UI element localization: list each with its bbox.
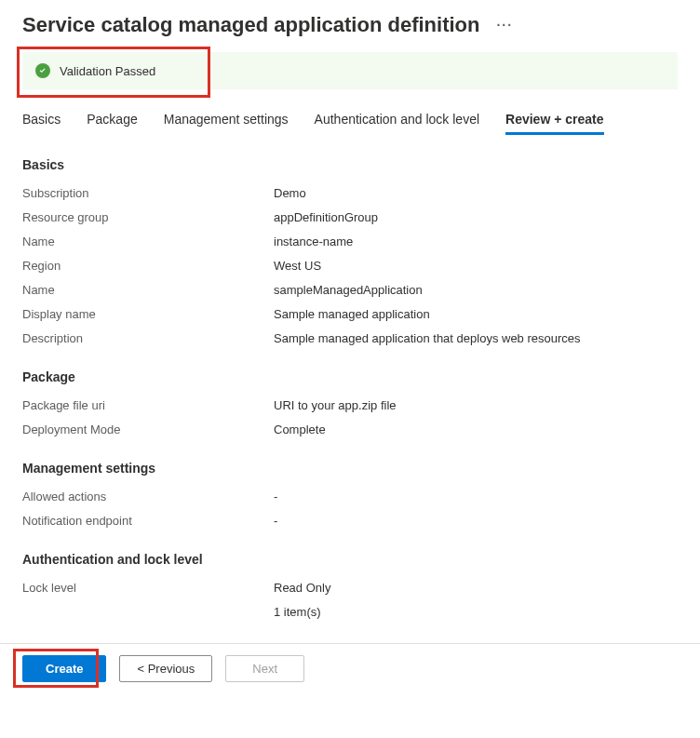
- field-label: Display name: [22, 305, 274, 324]
- field-row: Notification endpoint-: [22, 509, 678, 533]
- tab-management-settings[interactable]: Management settings: [164, 106, 289, 135]
- validation-text: Validation Passed: [60, 64, 155, 78]
- create-button[interactable]: Create: [22, 655, 106, 682]
- previous-button[interactable]: < Previous: [119, 655, 212, 682]
- field-value: Demo: [274, 184, 678, 203]
- field-label: Description: [22, 329, 274, 348]
- field-value: instance-name: [274, 233, 678, 251]
- review-content: Basics SubscriptionDemo Resource groupap…: [0, 157, 700, 643]
- field-row: Allowed actions-: [22, 485, 678, 509]
- footer-bar: Create < Previous Next: [0, 643, 700, 693]
- field-row: 1 item(s): [22, 600, 678, 624]
- section-header-management: Management settings: [22, 461, 678, 476]
- tab-bar: Basics Package Management settings Authe…: [0, 106, 700, 135]
- field-value: Sample managed application that deploys …: [274, 329, 678, 348]
- field-label: Notification endpoint: [22, 512, 274, 530]
- field-row: Package file uriURI to your app.zip file: [22, 394, 678, 418]
- field-label: [22, 603, 274, 622]
- field-value: 1 item(s): [274, 603, 678, 622]
- page-title: Service catalog managed application defi…: [22, 13, 479, 37]
- field-label: Subscription: [22, 184, 274, 203]
- field-value: URI to your app.zip file: [274, 396, 678, 415]
- field-row: SubscriptionDemo: [22, 181, 678, 206]
- field-row: Resource groupappDefinitionGroup: [22, 206, 678, 230]
- next-button: Next: [225, 655, 304, 682]
- field-label: Deployment Mode: [22, 421, 274, 439]
- field-value: West US: [274, 257, 678, 275]
- field-label: Lock level: [22, 579, 274, 597]
- field-label: Resource group: [22, 208, 274, 227]
- tab-basics[interactable]: Basics: [22, 106, 61, 135]
- field-value: sampleManagedApplication: [274, 281, 678, 300]
- field-value: -: [274, 488, 678, 506]
- field-value: Complete: [274, 421, 678, 439]
- field-row: Deployment ModeComplete: [22, 418, 678, 442]
- field-row: RegionWest US: [22, 254, 678, 278]
- tab-package[interactable]: Package: [87, 106, 137, 135]
- field-row: DescriptionSample managed application th…: [22, 327, 678, 351]
- check-icon: [35, 63, 50, 78]
- validation-banner: Validation Passed: [22, 52, 678, 89]
- tab-review-create[interactable]: Review + create: [505, 106, 603, 135]
- field-value: Read Only: [274, 579, 678, 597]
- tab-authentication-and-lock-level[interactable]: Authentication and lock level: [315, 106, 479, 135]
- field-label: Region: [22, 257, 274, 275]
- field-row: Display nameSample managed application: [22, 302, 678, 327]
- more-icon[interactable]: ···: [496, 18, 513, 33]
- section-header-package: Package: [22, 369, 678, 384]
- field-value: appDefinitionGroup: [274, 208, 678, 227]
- field-row: NamesampleManagedApplication: [22, 278, 678, 302]
- field-label: Package file uri: [22, 396, 274, 415]
- section-header-basics: Basics: [22, 157, 678, 172]
- field-row: Nameinstance-name: [22, 230, 678, 254]
- field-value: Sample managed application: [274, 305, 678, 324]
- section-header-auth: Authentication and lock level: [22, 552, 678, 567]
- field-row: Lock levelRead Only: [22, 576, 678, 600]
- field-value: -: [274, 512, 678, 530]
- field-label: Allowed actions: [22, 488, 274, 506]
- field-label: Name: [22, 233, 274, 251]
- field-label: Name: [22, 281, 274, 300]
